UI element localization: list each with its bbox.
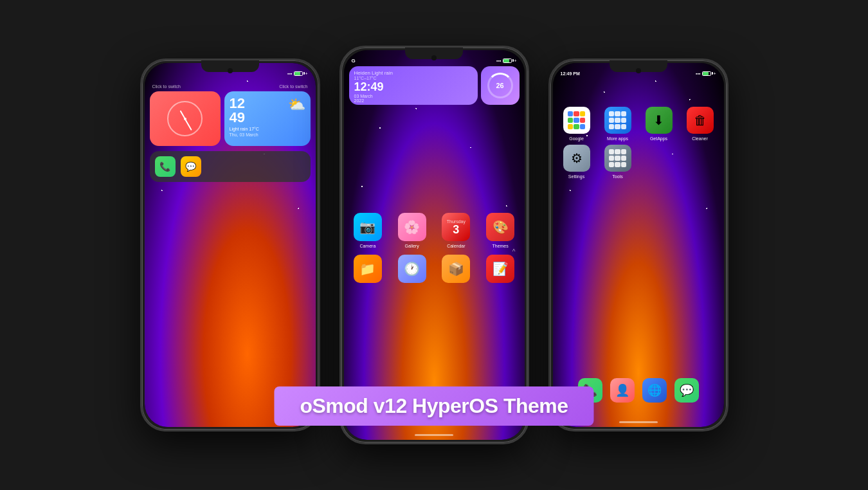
clock-widget[interactable] (150, 91, 221, 146)
get-apps-label: GetApps (650, 136, 667, 141)
themes-app[interactable]: 🎨 Themes (482, 213, 520, 248)
purple-clock-date: 03 March (354, 94, 473, 98)
power-button-2 (527, 125, 529, 157)
banner-text: oSmod v12 HyperOS Theme (300, 394, 568, 417)
scroll-up-icon: ^ (512, 248, 516, 255)
status-icons-3: ▪▪▪ + (696, 71, 716, 76)
messages-app-icon[interactable]: 💬 (181, 156, 201, 177)
phone-app-icon[interactable]: 📞 (155, 156, 176, 177)
notes-icon: 📝 (486, 255, 514, 283)
cloud-icon: ⛅ (288, 96, 305, 113)
notes-app[interactable]: 📝 (482, 255, 520, 286)
vol-down-button-2 (339, 131, 341, 150)
dock-chrome-icon-3[interactable]: 🌐 (642, 378, 667, 403)
battery-fill-2 (503, 59, 509, 62)
app-grid-phone2: 📷 Camera 🌸 Gallery Thursday 3 (344, 208, 525, 291)
clock2-app[interactable]: 🕐 (393, 255, 431, 286)
calendar-app[interactable]: Thursday 3 Calendar (437, 213, 475, 248)
status-icons-2: ▪▪▪ + (496, 59, 517, 63)
phone-2-content: Heiden Light rain 11°C–17°C 12:49 03 Mar… (344, 66, 525, 291)
status-left-2: G (352, 58, 356, 64)
files-app[interactable]: 📁 (349, 255, 387, 286)
settings-label: Settings (568, 174, 584, 179)
charge-icon-2: + (514, 59, 516, 63)
charge-icon: + (305, 71, 307, 76)
phone-3-content: Google More apps ⬇ (553, 79, 724, 184)
charge-icon-3: + (713, 71, 716, 76)
phone-3: 12:49 PM ▪▪▪ + (548, 59, 728, 431)
dock-contacts-icon-3[interactable]: 👤 (610, 378, 635, 403)
google-icon-grid (568, 111, 586, 129)
phone-2-screen: G ▪▪▪ + Heiden Light rain 11°C–17°C 12:4 (344, 50, 525, 440)
camera-app[interactable]: 📷 Camera (349, 213, 387, 248)
weather-time-hours: 12 (230, 96, 245, 111)
camera-icon: 📷 (354, 213, 382, 241)
dock-messages-icon-3[interactable]: 💬 (674, 378, 699, 403)
circle-widget[interactable]: 26 (481, 66, 520, 105)
theme-banner: oSmod v12 HyperOS Theme (274, 386, 593, 426)
camera-label: Camera (359, 244, 375, 248)
home-indicator-3 (619, 421, 658, 423)
clock2-icon: 🕐 (398, 255, 426, 283)
cleaner-label: Cleaner (692, 136, 708, 141)
vol-down-button (140, 144, 142, 163)
vol-up-button-2 (339, 105, 341, 125)
front-camera-2 (431, 55, 437, 60)
battery-fill-3 (703, 72, 708, 75)
click-label-left: Click to switch (152, 84, 181, 89)
minute-hand (185, 118, 192, 130)
more-apps-label: More apps (607, 136, 628, 141)
vol-up-button (140, 118, 142, 138)
tools-icon (604, 145, 631, 172)
tools-app[interactable]: Tools (599, 145, 637, 179)
click-labels: Click to switch Click to switch (150, 84, 311, 89)
weather-description: Light rain 17°C (230, 126, 305, 132)
weather-location: Heiden Light rain (354, 70, 473, 76)
phone-1: ▪▪▪ + Click to switch Click to switch (140, 59, 320, 431)
orange-icon: 📦 (442, 255, 470, 283)
themes-icon: 🎨 (486, 213, 514, 241)
google-app[interactable]: Google (558, 107, 595, 141)
more-apps-app[interactable]: More apps (599, 107, 637, 141)
app-grid-top-phone3: Google More apps ⬇ (553, 102, 724, 184)
clock-center (184, 118, 186, 120)
home-indicator-2 (415, 434, 453, 436)
calendar-date: 3 (453, 224, 459, 235)
get-apps-icon: ⬇ (646, 107, 673, 134)
power-button (318, 138, 320, 170)
weather-widget[interactable]: 12 49 ⛅ Light rain 17°C Thu, 03 March (224, 91, 311, 146)
page-container: ▪▪▪ + Click to switch Click to switch (0, 0, 868, 490)
calendar-label: Calendar (447, 244, 465, 248)
cleaner-app[interactable]: 🗑 Cleaner (682, 107, 719, 141)
top-widgets: Heiden Light rain 11°C–17°C 12:49 03 Mar… (344, 66, 525, 105)
themes-label: Themes (492, 244, 508, 248)
gallery-app[interactable]: 🌸 Gallery (393, 213, 431, 248)
purple-clock-year: 2022 (354, 98, 473, 103)
google-label: Google (569, 136, 584, 141)
google-icon (563, 107, 590, 134)
gallery-icon: 🌸 (398, 213, 426, 241)
signal-icon-2: ▪▪▪ (496, 59, 501, 63)
status-time-3: 12:49 PM (561, 71, 580, 76)
tools-label: Tools (612, 174, 622, 179)
battery-icon-2 (503, 59, 512, 63)
tools-icon-grid (609, 149, 627, 167)
battery-fill (294, 72, 300, 75)
get-apps-app[interactable]: ⬇ GetApps (640, 107, 678, 141)
purple-clock-widget[interactable]: Heiden Light rain 11°C–17°C 12:49 03 Mar… (349, 66, 478, 105)
settings-app[interactable]: ⚙ Settings (558, 145, 595, 179)
phone-1-content: Click to switch Click to switch (145, 79, 316, 187)
circle-progress: 26 (487, 73, 513, 98)
signal-icon: ▪▪▪ (287, 71, 292, 76)
files-icon: 📁 (354, 255, 382, 283)
orange-app[interactable]: 📦 (437, 255, 475, 286)
clock-face (167, 101, 203, 136)
signal-icon-3: ▪▪▪ (696, 71, 700, 76)
temp-range: 11°C–17°C (354, 76, 473, 80)
front-camera (228, 68, 233, 73)
calendar-icon: Thursday 3 (442, 213, 470, 241)
apps-bar: 📞 💬 (150, 151, 311, 182)
front-camera-3 (636, 68, 641, 73)
phone-1-screen: ▪▪▪ + Click to switch Click to switch (145, 63, 316, 427)
purple-clock-time: 12:49 (354, 80, 473, 94)
